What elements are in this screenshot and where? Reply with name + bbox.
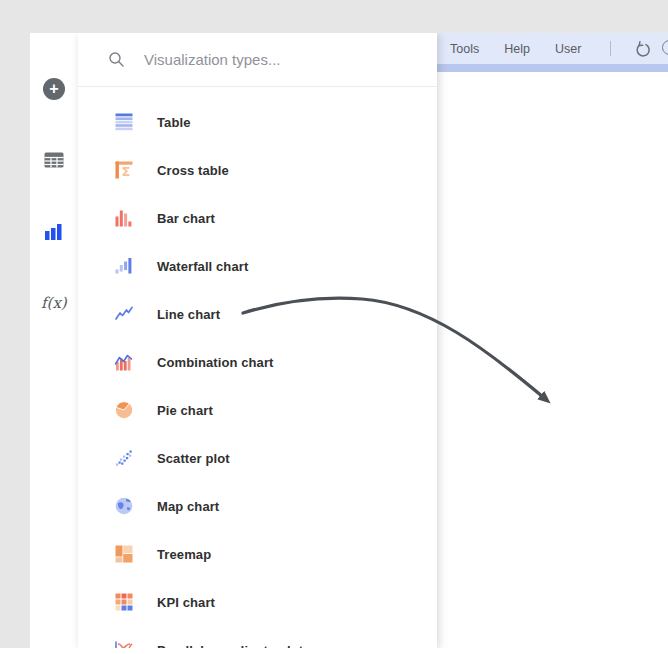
viz-item-table[interactable]: Table xyxy=(78,98,437,146)
svg-text:Σ: Σ xyxy=(122,164,131,179)
page-margin-top xyxy=(0,0,668,33)
clipped-circle-icon[interactable] xyxy=(662,40,668,55)
search-input[interactable] xyxy=(142,50,406,69)
toolbar-separator xyxy=(610,41,611,56)
scatter-plot-icon xyxy=(115,448,133,468)
viz-item-line-chart[interactable]: Line chart xyxy=(78,290,437,338)
table-icon xyxy=(115,112,133,132)
viz-item-label: Waterfall chart xyxy=(157,259,248,274)
viz-item-cross-table[interactable]: Σ Cross table xyxy=(78,146,437,194)
viz-item-label: Bar chart xyxy=(157,211,215,226)
parallel-coordinate-plot-icon xyxy=(115,640,133,648)
add-button[interactable]: + xyxy=(43,78,65,100)
cross-table-icon: Σ xyxy=(115,160,133,180)
visualization-types-panel: Table Σ Cross table xyxy=(78,33,437,648)
viz-item-pie-chart[interactable]: Pie chart xyxy=(78,386,437,434)
viz-item-parallel-coordinate-plot[interactable]: Parallel coordinate plot xyxy=(78,626,437,648)
waterfall-chart-icon xyxy=(115,256,133,276)
viz-item-label: Line chart xyxy=(157,307,220,322)
pie-chart-icon xyxy=(115,400,133,420)
viz-item-label: Table xyxy=(157,115,191,130)
line-chart-icon xyxy=(115,304,133,324)
page-margin-left xyxy=(0,33,30,648)
viz-item-label: Cross table xyxy=(157,163,229,178)
viz-type-list: Table Σ Cross table xyxy=(78,87,437,648)
viz-item-waterfall-chart[interactable]: Waterfall chart xyxy=(78,242,437,290)
bar-chart-icon xyxy=(115,208,133,228)
menu-user[interactable]: User xyxy=(555,42,581,56)
undo-button[interactable] xyxy=(633,40,651,58)
undo-icon xyxy=(633,40,651,58)
viz-item-label: Pie chart xyxy=(157,403,213,418)
icon-sidebar: + f(x) xyxy=(30,33,78,648)
viz-item-kpi-chart[interactable]: KPI chart xyxy=(78,578,437,626)
viz-item-label: Map chart xyxy=(157,499,219,514)
app-window: Tools Help User + xyxy=(30,33,668,648)
menu-tools[interactable]: Tools xyxy=(450,42,479,56)
search-bar xyxy=(78,33,437,87)
viz-item-map-chart[interactable]: Map chart xyxy=(78,482,437,530)
menu-help[interactable]: Help xyxy=(504,42,530,56)
viz-item-label: KPI chart xyxy=(157,595,215,610)
treemap-icon xyxy=(115,544,133,564)
viz-item-label: Treemap xyxy=(157,547,211,562)
viz-item-label: Parallel coordinate plot xyxy=(157,643,303,649)
visualization-types-icon[interactable] xyxy=(44,221,64,241)
combination-chart-icon xyxy=(115,352,133,372)
viz-item-bar-chart[interactable]: Bar chart xyxy=(78,194,437,242)
kpi-chart-icon xyxy=(115,592,133,612)
viz-item-label: Combination chart xyxy=(157,355,274,370)
search-icon xyxy=(108,51,126,69)
toolbar-accent-strip xyxy=(437,64,668,72)
analysis-canvas[interactable] xyxy=(437,72,668,648)
map-chart-icon xyxy=(115,496,133,516)
viz-item-combination-chart[interactable]: Combination chart xyxy=(78,338,437,386)
toolbar: Tools Help User xyxy=(437,33,668,64)
data-table-icon[interactable] xyxy=(44,152,64,168)
viz-item-treemap[interactable]: Treemap xyxy=(78,530,437,578)
plus-icon: + xyxy=(49,81,58,97)
functions-icon[interactable]: f(x) xyxy=(41,294,67,312)
page: Tools Help User + xyxy=(0,0,668,654)
viz-item-scatter-plot[interactable]: Scatter plot xyxy=(78,434,437,482)
viz-item-label: Scatter plot xyxy=(157,451,230,466)
